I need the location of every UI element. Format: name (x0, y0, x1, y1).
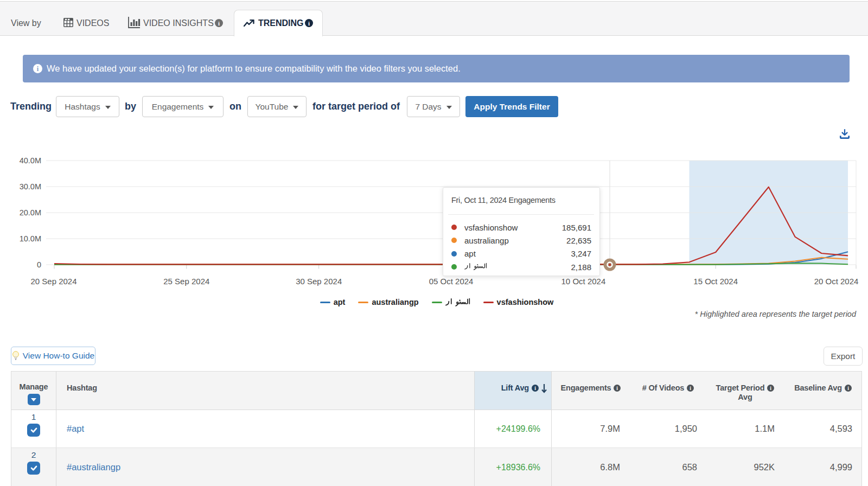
svg-text:05 Oct 2024: 05 Oct 2024 (429, 277, 474, 286)
svg-text:i: i (308, 20, 310, 27)
svg-text:30.0M: 30.0M (20, 182, 41, 191)
svg-text:40.0M: 40.0M (20, 156, 41, 165)
svg-text:i: i (690, 386, 691, 391)
svg-text:25 Sep 2024: 25 Sep 2024 (163, 277, 209, 286)
svg-text:10 Oct 2024: 10 Oct 2024 (561, 277, 606, 286)
svg-text:i: i (847, 386, 849, 391)
svg-text:30 Sep 2024: 30 Sep 2024 (296, 277, 342, 286)
svg-text:i: i (37, 65, 39, 73)
svg-text:20 Sep 2024: 20 Sep 2024 (30, 277, 76, 286)
svg-text:i: i (534, 386, 536, 391)
svg-text:i: i (770, 386, 772, 391)
svg-text:0: 0 (37, 260, 41, 269)
svg-text:15 Oct 2024: 15 Oct 2024 (693, 277, 738, 286)
svg-text:20.0M: 20.0M (20, 208, 41, 217)
svg-text:i: i (617, 386, 618, 391)
svg-text:i: i (218, 20, 220, 27)
svg-text:10.0M: 10.0M (20, 234, 41, 243)
svg-text:20 Oct 2024: 20 Oct 2024 (814, 277, 859, 286)
